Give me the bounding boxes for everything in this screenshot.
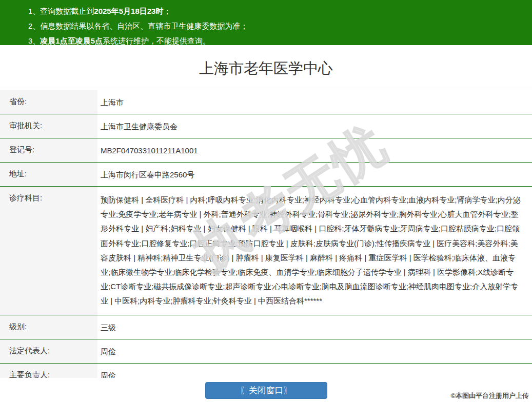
row-label: 诊疗科目:: [0, 187, 97, 315]
row-value: 上海市闵行区春申路2560号: [97, 163, 532, 186]
table-row-address: 地址: 上海市闵行区春申路2560号: [0, 163, 532, 187]
notice-line-3-bold: 凌晨1点至凌晨5点: [40, 36, 103, 45]
notice-line-3: 3、凌晨1点至凌晨5点系统进行维护，不能提供查询。: [28, 33, 522, 48]
table-row-medical-subjects: 诊疗科目: 预防保健科 | 全科医疗科 | 内科;呼吸内科专业;消化内科专业;神…: [0, 187, 532, 315]
notice-line-2-text: 信息数据结果以各省、自治区、直辖市卫生健康委数据为准；: [40, 22, 248, 30]
notice-line-1-bold: 2025年5月18日23时: [94, 7, 163, 15]
notice-line-1-punct: ；: [163, 7, 171, 15]
institution-info-table: 省份: 上海市 审批机关: 上海市卫生健康委员会 登记号: MB2F047033…: [0, 90, 532, 388]
notice-line-1: 1、查询数据截止到2025年5月18日23时；: [28, 4, 522, 18]
table-row-level: 级别: 三级: [0, 315, 532, 339]
notice-line-3-text: 系统进行维护，不能提供查询。: [103, 36, 210, 45]
row-value: 周俭: [97, 339, 532, 363]
row-label: 级别:: [0, 315, 97, 339]
notice-line-3-number: 3、: [28, 36, 40, 45]
notice-line-1-number: 1、: [28, 7, 40, 15]
row-value: 三级: [97, 315, 532, 339]
row-value: 预防保健科 | 全科医疗科 | 内科;呼吸内科专业;消化内科专业;神经内科专业;…: [97, 187, 532, 315]
row-label: 登记号:: [0, 138, 97, 162]
table-row-province: 省份: 上海市: [0, 90, 532, 114]
row-label: 省份:: [0, 90, 97, 114]
table-row-legal-representative: 法定代表人: 周俭: [0, 339, 532, 364]
close-window-button[interactable]: 〖关闭窗口〗: [205, 382, 327, 399]
notice-line-2: 2、信息数据结果以各省、自治区、直辖市卫生健康委数据为准；: [28, 18, 522, 33]
row-value: 上海市卫生健康委员会: [97, 114, 532, 138]
notice-line-2-number: 2、: [28, 22, 40, 30]
row-label: 审批机关:: [0, 114, 97, 138]
notice-header: 1、查询数据截止到2025年5月18日23时； 2、信息数据结果以各省、自治区、…: [0, 0, 532, 45]
page-title: 上海市老年医学中心: [0, 57, 532, 90]
uploader-watermark: ©本图由平台注册用户上传: [450, 391, 529, 400]
row-value: 上海市: [97, 90, 532, 114]
row-value: MB2F0470331011211A1001: [97, 138, 532, 162]
notice-line-1-text: 查询数据截止到: [40, 7, 94, 15]
table-row-approval-authority: 审批机关: 上海市卫生健康委员会: [0, 114, 532, 138]
row-label: 地址:: [0, 163, 97, 186]
table-row-registration-number: 登记号: MB2F0470331011211A1001: [0, 138, 532, 163]
row-label: 法定代表人:: [0, 339, 97, 363]
